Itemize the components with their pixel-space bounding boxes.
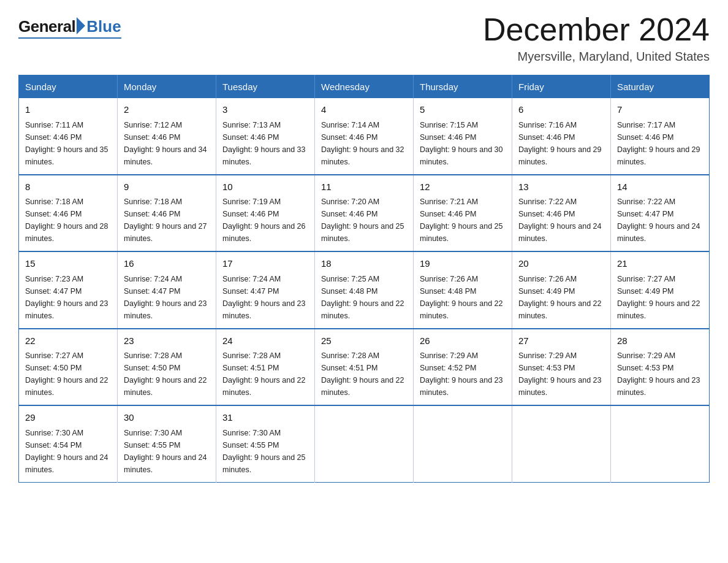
day-number: 23 <box>124 334 210 348</box>
day-number: 11 <box>321 180 407 194</box>
calendar-cell: 3 Sunrise: 7:13 AMSunset: 4:46 PMDayligh… <box>216 98 315 175</box>
header-wednesday: Wednesday <box>315 75 414 99</box>
day-info: Sunrise: 7:26 AMSunset: 4:48 PMDaylight:… <box>420 275 503 320</box>
day-number: 16 <box>124 257 210 271</box>
title-section: December 2024 Myersville, Maryland, Unit… <box>483 12 710 64</box>
calendar-cell: 4 Sunrise: 7:14 AMSunset: 4:46 PMDayligh… <box>315 98 414 175</box>
calendar-cell: 11 Sunrise: 7:20 AMSunset: 4:46 PMDaylig… <box>315 175 414 252</box>
calendar-cell: 23 Sunrise: 7:28 AMSunset: 4:50 PMDaylig… <box>118 329 216 406</box>
day-number: 18 <box>321 257 407 271</box>
day-number: 15 <box>25 257 111 271</box>
logo-general-text: General <box>18 17 75 36</box>
day-number: 3 <box>222 103 308 117</box>
logo-underline <box>18 37 121 39</box>
calendar-cell <box>611 405 710 482</box>
calendar-cell: 15 Sunrise: 7:23 AMSunset: 4:47 PMDaylig… <box>19 251 118 329</box>
calendar-week-1: 1 Sunrise: 7:11 AMSunset: 4:46 PMDayligh… <box>19 98 710 175</box>
header-sunday: Sunday <box>19 75 118 99</box>
day-info: Sunrise: 7:21 AMSunset: 4:46 PMDaylight:… <box>420 197 503 243</box>
day-number: 1 <box>25 103 111 117</box>
calendar-cell: 19 Sunrise: 7:26 AMSunset: 4:48 PMDaylig… <box>414 251 512 329</box>
calendar-cell: 26 Sunrise: 7:29 AMSunset: 4:52 PMDaylig… <box>414 329 512 406</box>
day-info: Sunrise: 7:19 AMSunset: 4:46 PMDaylight:… <box>222 197 306 243</box>
month-title: December 2024 <box>483 12 710 47</box>
header-saturday: Saturday <box>611 75 710 99</box>
day-info: Sunrise: 7:24 AMSunset: 4:47 PMDaylight:… <box>124 275 207 320</box>
day-number: 9 <box>124 180 210 194</box>
day-info: Sunrise: 7:20 AMSunset: 4:46 PMDaylight:… <box>321 197 404 243</box>
calendar-cell <box>512 405 611 482</box>
day-info: Sunrise: 7:15 AMSunset: 4:46 PMDaylight:… <box>420 121 503 166</box>
day-info: Sunrise: 7:17 AMSunset: 4:46 PMDaylight:… <box>617 121 700 166</box>
calendar-cell: 21 Sunrise: 7:27 AMSunset: 4:49 PMDaylig… <box>611 251 710 329</box>
calendar-cell: 5 Sunrise: 7:15 AMSunset: 4:46 PMDayligh… <box>414 98 512 175</box>
calendar-week-3: 15 Sunrise: 7:23 AMSunset: 4:47 PMDaylig… <box>19 251 710 329</box>
logo: General Blue <box>18 17 121 39</box>
day-number: 31 <box>222 411 308 425</box>
day-number: 13 <box>518 180 604 194</box>
day-info: Sunrise: 7:30 AMSunset: 4:55 PMDaylight:… <box>222 429 306 474</box>
day-info: Sunrise: 7:18 AMSunset: 4:46 PMDaylight:… <box>25 197 108 243</box>
calendar-cell: 28 Sunrise: 7:29 AMSunset: 4:53 PMDaylig… <box>611 329 710 406</box>
calendar-cell: 24 Sunrise: 7:28 AMSunset: 4:51 PMDaylig… <box>216 329 315 406</box>
day-number: 29 <box>25 411 111 425</box>
logo-triangle-icon <box>77 17 85 34</box>
calendar-cell: 20 Sunrise: 7:26 AMSunset: 4:49 PMDaylig… <box>512 251 611 329</box>
calendar-cell: 12 Sunrise: 7:21 AMSunset: 4:46 PMDaylig… <box>414 175 512 252</box>
day-info: Sunrise: 7:22 AMSunset: 4:47 PMDaylight:… <box>617 197 700 243</box>
day-info: Sunrise: 7:14 AMSunset: 4:46 PMDaylight:… <box>321 121 404 166</box>
day-info: Sunrise: 7:22 AMSunset: 4:46 PMDaylight:… <box>518 197 602 243</box>
day-info: Sunrise: 7:28 AMSunset: 4:51 PMDaylight:… <box>222 351 306 397</box>
day-number: 17 <box>222 257 308 271</box>
header-thursday: Thursday <box>414 75 512 99</box>
calendar-week-2: 8 Sunrise: 7:18 AMSunset: 4:46 PMDayligh… <box>19 175 710 252</box>
day-info: Sunrise: 7:18 AMSunset: 4:46 PMDaylight:… <box>124 197 207 243</box>
header-monday: Monday <box>118 75 216 99</box>
day-info: Sunrise: 7:16 AMSunset: 4:46 PMDaylight:… <box>518 121 602 166</box>
logo-blue-text: Blue <box>86 17 121 36</box>
day-info: Sunrise: 7:28 AMSunset: 4:50 PMDaylight:… <box>124 351 207 397</box>
day-number: 2 <box>124 103 210 117</box>
calendar-cell: 18 Sunrise: 7:25 AMSunset: 4:48 PMDaylig… <box>315 251 414 329</box>
day-number: 22 <box>25 334 111 348</box>
calendar-cell: 17 Sunrise: 7:24 AMSunset: 4:47 PMDaylig… <box>216 251 315 329</box>
calendar-cell: 22 Sunrise: 7:27 AMSunset: 4:50 PMDaylig… <box>19 329 118 406</box>
day-number: 14 <box>617 180 703 194</box>
day-number: 26 <box>420 334 506 348</box>
calendar-cell: 16 Sunrise: 7:24 AMSunset: 4:47 PMDaylig… <box>118 251 216 329</box>
calendar-cell: 27 Sunrise: 7:29 AMSunset: 4:53 PMDaylig… <box>512 329 611 406</box>
calendar-cell: 2 Sunrise: 7:12 AMSunset: 4:46 PMDayligh… <box>118 98 216 175</box>
header-tuesday: Tuesday <box>216 75 315 99</box>
calendar-week-5: 29 Sunrise: 7:30 AMSunset: 4:54 PMDaylig… <box>19 405 710 482</box>
day-number: 10 <box>222 180 308 194</box>
day-headers-row: SundayMondayTuesdayWednesdayThursdayFrid… <box>19 75 710 99</box>
day-number: 28 <box>617 334 703 348</box>
day-info: Sunrise: 7:29 AMSunset: 4:52 PMDaylight:… <box>420 351 503 397</box>
day-number: 19 <box>420 257 506 271</box>
day-number: 8 <box>25 180 111 194</box>
day-info: Sunrise: 7:27 AMSunset: 4:50 PMDaylight:… <box>25 351 108 397</box>
day-number: 12 <box>420 180 506 194</box>
day-info: Sunrise: 7:30 AMSunset: 4:54 PMDaylight:… <box>25 429 108 474</box>
calendar-cell: 14 Sunrise: 7:22 AMSunset: 4:47 PMDaylig… <box>611 175 710 252</box>
calendar-cell: 6 Sunrise: 7:16 AMSunset: 4:46 PMDayligh… <box>512 98 611 175</box>
day-number: 27 <box>518 334 604 348</box>
day-info: Sunrise: 7:24 AMSunset: 4:47 PMDaylight:… <box>222 275 306 320</box>
day-number: 20 <box>518 257 604 271</box>
calendar-cell: 30 Sunrise: 7:30 AMSunset: 4:55 PMDaylig… <box>118 405 216 482</box>
day-info: Sunrise: 7:12 AMSunset: 4:46 PMDaylight:… <box>124 121 207 166</box>
day-info: Sunrise: 7:25 AMSunset: 4:48 PMDaylight:… <box>321 275 404 320</box>
calendar-cell: 29 Sunrise: 7:30 AMSunset: 4:54 PMDaylig… <box>19 405 118 482</box>
calendar-cell: 13 Sunrise: 7:22 AMSunset: 4:46 PMDaylig… <box>512 175 611 252</box>
calendar-cell: 10 Sunrise: 7:19 AMSunset: 4:46 PMDaylig… <box>216 175 315 252</box>
day-info: Sunrise: 7:23 AMSunset: 4:47 PMDaylight:… <box>25 275 108 320</box>
location-subtitle: Myersville, Maryland, United States <box>483 50 710 64</box>
day-number: 21 <box>617 257 703 271</box>
calendar-cell: 25 Sunrise: 7:28 AMSunset: 4:51 PMDaylig… <box>315 329 414 406</box>
calendar-table: SundayMondayTuesdayWednesdayThursdayFrid… <box>18 75 710 483</box>
day-info: Sunrise: 7:11 AMSunset: 4:46 PMDaylight:… <box>25 121 108 166</box>
day-info: Sunrise: 7:13 AMSunset: 4:46 PMDaylight:… <box>222 121 306 166</box>
day-info: Sunrise: 7:29 AMSunset: 4:53 PMDaylight:… <box>617 351 700 397</box>
page-header: General Blue December 2024 Myersville, M… <box>18 12 710 64</box>
calendar-cell: 8 Sunrise: 7:18 AMSunset: 4:46 PMDayligh… <box>19 175 118 252</box>
